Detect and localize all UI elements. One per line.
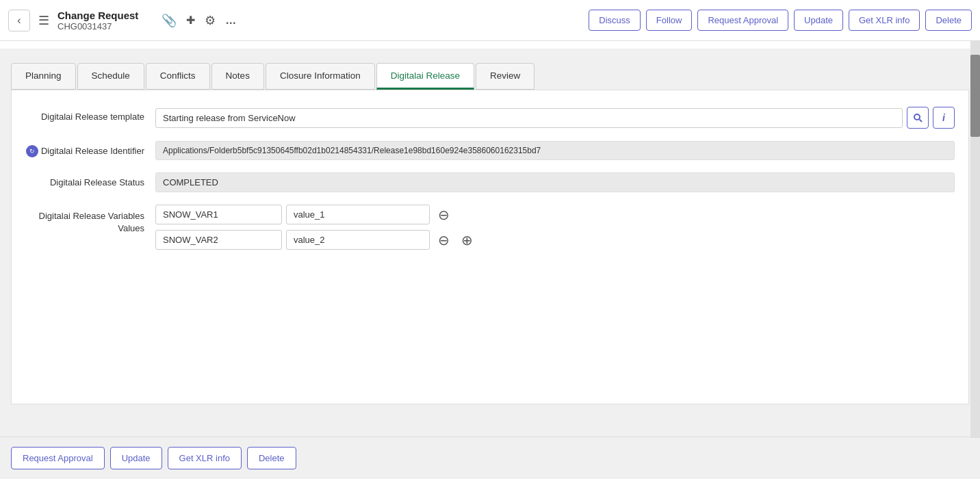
var-value-2[interactable] [286, 230, 430, 250]
search-button[interactable] [907, 107, 929, 129]
form-panel: Digitalai Release template i ↻ Digitalai… [11, 90, 969, 404]
request-approval-button[interactable]: Request Approval [697, 10, 788, 31]
identifier-label: Digitalai Release Identifier [41, 145, 144, 157]
scroll-top-indicator: ▲ [0, 41, 980, 49]
variable-row-1: ⊖ [155, 205, 476, 224]
settings-icon[interactable]: ⚙ [203, 12, 217, 29]
record-id: CHG0031437 [57, 21, 138, 31]
var-name-1[interactable] [155, 205, 282, 224]
update-button[interactable]: Update [794, 10, 843, 31]
status-value: COMPLETED [155, 172, 955, 192]
footer-request-approval-button[interactable]: Request Approval [11, 447, 105, 469]
header-title: Change Request CHG0031437 [57, 10, 138, 31]
release-template-field: i [155, 107, 955, 129]
svg-line-1 [920, 120, 923, 122]
tab-bar: Planning Schedule Conflicts Notes Closur… [11, 63, 969, 90]
var-name-2[interactable] [155, 230, 282, 250]
remove-var-2-button[interactable]: ⊖ [434, 231, 453, 250]
back-button[interactable]: ‹ [8, 10, 30, 31]
variables-section: Digitalai Release Variables Values ⊖ ⊖ ⊕ [25, 205, 955, 255]
scrollbar-thumb[interactable] [970, 55, 980, 137]
more-icon[interactable]: … [224, 13, 238, 28]
tab-planning[interactable]: Planning [11, 63, 76, 90]
var-value-1[interactable] [286, 205, 430, 224]
tab-conflicts[interactable]: Conflicts [146, 63, 210, 90]
identifier-row: ↻ Digitalai Release Identifier [25, 141, 955, 160]
status-label: Digitalai Release Status [25, 172, 155, 189]
svg-point-0 [914, 114, 920, 120]
main-content: Planning Schedule Conflicts Notes Closur… [0, 49, 980, 404]
release-icon: ↻ [26, 145, 38, 157]
variables-list: ⊖ ⊖ ⊕ [155, 205, 476, 255]
release-template-row: Digitalai Release template i [25, 107, 955, 129]
header-icons: 📎 ✚ ⚙ … [160, 12, 238, 29]
variables-label: Digitalai Release Variables Values [25, 205, 155, 235]
footer: Request Approval Update Get XLR info Del… [0, 437, 970, 479]
info-button[interactable]: i [933, 107, 955, 129]
variable-row-2: ⊖ ⊕ [155, 230, 476, 250]
scrollbar-track[interactable] [970, 41, 980, 438]
release-template-input[interactable] [155, 108, 903, 128]
tab-digitalai[interactable]: Digitalai Release [376, 63, 474, 90]
footer-delete-button[interactable]: Delete [247, 447, 296, 469]
delete-button[interactable]: Delete [925, 10, 972, 31]
get-xlr-button[interactable]: Get XLR info [849, 10, 920, 31]
identifier-input [155, 141, 955, 160]
status-row: Digitalai Release Status COMPLETED [25, 172, 955, 192]
identifier-field [155, 141, 955, 160]
tab-review[interactable]: Review [476, 63, 534, 90]
remove-var-1-button[interactable]: ⊖ [434, 205, 453, 224]
header: ‹ ☰ Change Request CHG0031437 📎 ✚ ⚙ … Di… [0, 0, 980, 41]
record-type: Change Request [57, 10, 138, 21]
attachment-icon[interactable]: 📎 [160, 12, 178, 29]
tab-notes[interactable]: Notes [211, 63, 264, 90]
discuss-button[interactable]: Discuss [589, 10, 641, 31]
identifier-label-wrapper: ↻ Digitalai Release Identifier [25, 141, 155, 157]
footer-update-button[interactable]: Update [110, 447, 162, 469]
menu-button[interactable]: ☰ [36, 10, 52, 31]
follow-button[interactable]: Follow [646, 10, 693, 31]
tab-closure[interactable]: Closure Information [266, 63, 375, 90]
release-template-label: Digitalai Release template [25, 107, 155, 123]
add-var-button[interactable]: ⊕ [457, 231, 476, 250]
activity-icon[interactable]: ✚ [185, 12, 196, 28]
tab-schedule[interactable]: Schedule [77, 63, 144, 90]
status-field: COMPLETED [155, 172, 955, 192]
footer-get-xlr-button[interactable]: Get XLR info [168, 447, 242, 469]
